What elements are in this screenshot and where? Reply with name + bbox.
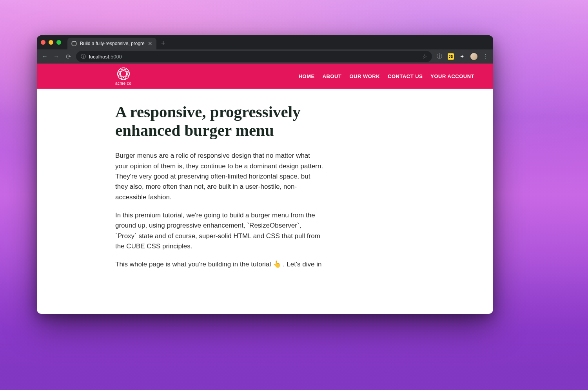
browser-menu-button[interactable]: ⋮: [482, 53, 489, 60]
browser-tab[interactable]: Build a fully-responsive, progre ✕: [67, 38, 156, 49]
reload-button[interactable]: ⟳: [64, 53, 72, 60]
toolbar-icons: ⓘ JS ✦ ⋮: [436, 53, 489, 60]
svg-point-2: [120, 67, 126, 80]
article: A responsive, progressively enhanced bur…: [37, 89, 343, 292]
info-icon[interactable]: ⓘ: [436, 53, 443, 60]
bookmark-star-icon[interactable]: ☆: [422, 53, 427, 60]
browser-toolbar: ← → ⟳ ⓘ localhost:5000 ☆ ⓘ JS ✦ ⋮: [37, 49, 493, 64]
url-host: localhost: [89, 54, 109, 60]
nav-our-work[interactable]: OUR WORK: [349, 73, 380, 79]
primary-nav: HOME ABOUT OUR WORK CONTACT US YOUR ACCO…: [299, 73, 474, 79]
new-tab-button[interactable]: +: [161, 39, 165, 47]
cta-pre: This whole page is what you're building …: [115, 261, 273, 268]
pointing-up-emoji: 👆: [273, 261, 281, 268]
nav-your-account[interactable]: YOUR ACCOUNT: [430, 73, 474, 79]
logo-text: acme co: [115, 81, 131, 86]
browser-tab-bar: Build a fully-responsive, progre ✕ +: [37, 35, 493, 49]
close-tab-button[interactable]: ✕: [148, 41, 152, 46]
logo-icon: [117, 67, 130, 80]
loading-favicon-icon: [71, 41, 77, 46]
page-title: A responsive, progressively enhanced bur…: [115, 103, 324, 140]
close-window-button[interactable]: [41, 40, 45, 45]
url-text: localhost:5000: [89, 54, 122, 60]
extension-icon[interactable]: JS: [448, 53, 454, 60]
site-header: acme co HOME ABOUT OUR WORK CONTACT US Y…: [37, 64, 493, 89]
maximize-window-button[interactable]: [56, 40, 61, 45]
svg-point-1: [117, 71, 129, 77]
extensions-puzzle-icon[interactable]: ✦: [459, 53, 466, 60]
url-port: :5000: [109, 54, 122, 60]
browser-window: Build a fully-responsive, progre ✕ + ← →…: [37, 35, 493, 314]
svg-point-3: [117, 67, 129, 80]
profile-avatar[interactable]: [470, 53, 477, 60]
paragraph-tutorial: In this premium tutorial, we're going to…: [115, 210, 324, 251]
forward-button[interactable]: →: [53, 53, 60, 60]
nav-contact-us[interactable]: CONTACT US: [388, 73, 423, 79]
paragraph-intro: Burger menus are a relic of responsive d…: [115, 151, 324, 202]
address-bar[interactable]: ⓘ localhost:5000 ☆: [76, 51, 432, 62]
page-viewport: acme co HOME ABOUT OUR WORK CONTACT US Y…: [37, 64, 493, 314]
svg-point-4: [117, 67, 129, 80]
cta-sep: .: [281, 261, 287, 268]
tab-title: Build a fully-responsive, progre: [80, 41, 145, 46]
nav-about[interactable]: ABOUT: [323, 73, 342, 79]
premium-tutorial-link[interactable]: In this premium tutorial: [115, 211, 183, 219]
minimize-window-button[interactable]: [49, 40, 53, 45]
dive-in-link[interactable]: Let's dive in: [287, 261, 321, 268]
window-controls: [41, 40, 61, 45]
site-logo[interactable]: acme co: [115, 67, 131, 86]
site-info-icon[interactable]: ⓘ: [81, 53, 86, 60]
paragraph-cta: This whole page is what you're building …: [115, 259, 324, 270]
back-button[interactable]: ←: [41, 53, 49, 60]
nav-home[interactable]: HOME: [299, 73, 315, 79]
